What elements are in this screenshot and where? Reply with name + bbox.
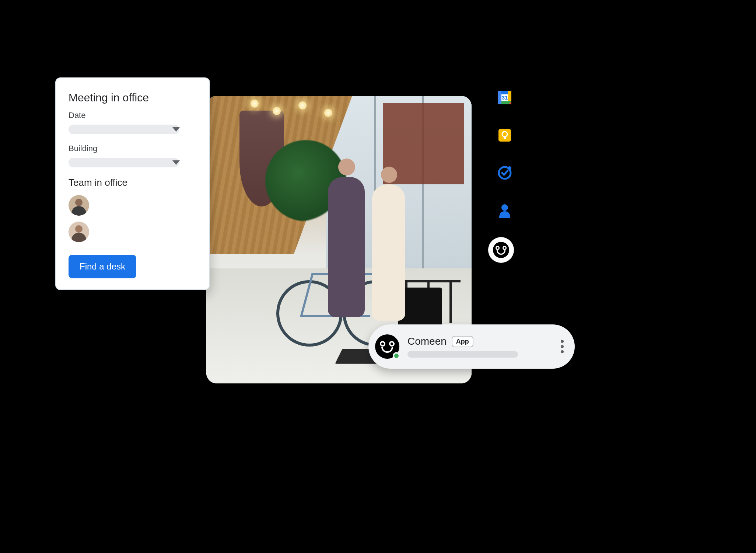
chevron-down-icon bbox=[172, 127, 180, 132]
avatar bbox=[69, 222, 89, 242]
svg-point-12 bbox=[501, 204, 508, 211]
svg-rect-4 bbox=[498, 91, 501, 104]
chat-app-name: Comeen bbox=[407, 335, 447, 347]
team-member-row bbox=[69, 222, 197, 242]
app-badge: App bbox=[452, 336, 473, 347]
calendar-icon[interactable]: 31 bbox=[497, 90, 512, 105]
tasks-icon[interactable] bbox=[497, 166, 512, 180]
avatar bbox=[69, 195, 89, 216]
svg-text:31: 31 bbox=[502, 94, 508, 101]
comeen-app-avatar bbox=[375, 334, 399, 359]
building-dropdown[interactable] bbox=[69, 158, 179, 167]
svg-rect-7 bbox=[498, 129, 511, 142]
meeting-card: Meeting in office Date Building Team in … bbox=[55, 77, 210, 290]
date-dropdown[interactable] bbox=[69, 125, 179, 134]
find-desk-button[interactable]: Find a desk bbox=[69, 255, 136, 278]
side-panel: 31 bbox=[494, 90, 516, 263]
team-heading: Team in office bbox=[69, 177, 197, 188]
date-label: Date bbox=[69, 111, 197, 120]
contacts-icon[interactable] bbox=[497, 203, 512, 218]
building-label: Building bbox=[69, 144, 197, 153]
keep-icon[interactable] bbox=[497, 128, 512, 143]
comeen-addon-icon[interactable] bbox=[488, 237, 514, 263]
chevron-down-icon bbox=[172, 160, 180, 165]
card-title: Meeting in office bbox=[69, 91, 197, 104]
comeen-logo-icon bbox=[493, 242, 509, 258]
chat-app-pill[interactable]: Comeen App bbox=[368, 324, 575, 369]
chat-message-placeholder bbox=[407, 351, 518, 358]
svg-rect-9 bbox=[504, 136, 506, 139]
svg-point-11 bbox=[508, 166, 511, 170]
more-options-icon[interactable] bbox=[561, 345, 564, 348]
presence-indicator bbox=[393, 352, 400, 359]
team-member-row bbox=[69, 195, 197, 216]
